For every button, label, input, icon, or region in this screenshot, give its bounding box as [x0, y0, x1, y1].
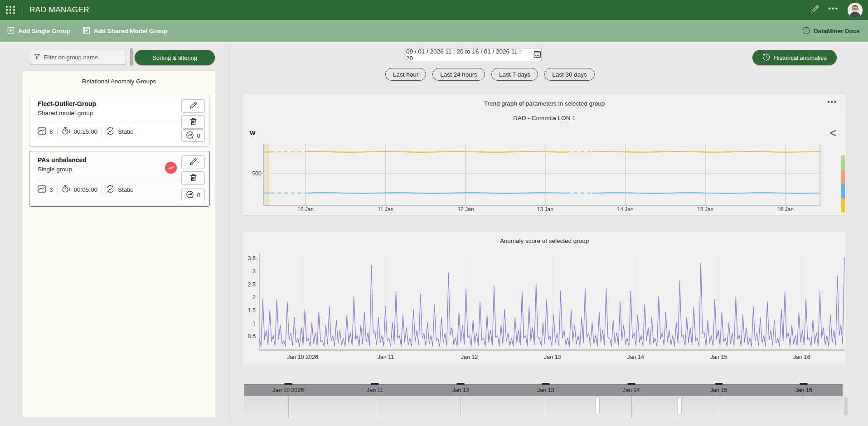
group-card-fleet-outlier[interactable]: Fleet-Outlier-Group Shared model group 6… — [29, 95, 210, 147]
calendar-icon — [533, 50, 541, 59]
scrubber-anomaly-tick — [715, 383, 723, 385]
trend-line-parameter-yellow — [265, 151, 820, 152]
delete-group-button[interactable] — [181, 115, 205, 129]
parameter-count: 6 — [49, 128, 53, 135]
card-divider — [38, 122, 204, 122]
svg-text:Jan 14: Jan 14 — [627, 354, 644, 360]
info-icon — [802, 27, 810, 36]
historical-anomalies-label: Historical anomalies — [774, 54, 826, 61]
add-shared-model-group-label: Add Shared Model Group — [94, 28, 168, 34]
last-hour-button[interactable]: Last hour — [385, 68, 426, 81]
rad-manager-app: RAD MANAGER ••• — [0, 0, 868, 426]
anomaly-score-series — [259, 257, 844, 346]
svg-text:13 Jan: 13 Jan — [537, 206, 553, 213]
timeline-scrubber[interactable]: Jan 10 2026Jan 11Jan 12Jan 13Jan 14Jan 1… — [244, 384, 843, 418]
svg-text:1.5: 1.5 — [248, 307, 256, 314]
scrubber-gridline — [288, 396, 289, 418]
page-title: RAD MANAGER — [29, 5, 89, 15]
avatar[interactable] — [848, 3, 863, 18]
card-divider — [38, 180, 204, 180]
scrubber-anomaly-tick — [457, 383, 465, 385]
ellipsis-icon: ••• — [828, 6, 839, 14]
trash-icon — [189, 174, 197, 183]
svg-text:0.5: 0.5 — [248, 333, 256, 339]
pencil-icon — [810, 5, 819, 15]
stat-separator — [57, 127, 58, 136]
dataminer-docs-label: DataMiner Docs — [814, 28, 860, 34]
add-square-icon — [7, 27, 15, 35]
date-range-picker[interactable]: 09 / 01 / 2026 11 : 20 to 16 / 01 / 2026… — [406, 48, 542, 61]
add-single-group-label: Add Single Group — [18, 28, 70, 34]
legend-segment — [841, 198, 845, 213]
parameter-count: 3 — [49, 186, 53, 193]
trash-icon — [189, 117, 197, 127]
mode-value: Static — [118, 186, 133, 193]
trend-parameters-icon — [38, 127, 46, 136]
scrubber-anomaly-tick — [627, 383, 635, 385]
svg-text:11 Jan: 11 Jan — [378, 206, 393, 213]
more-options-button[interactable]: ••• — [828, 6, 839, 14]
scrubber-gridline — [375, 396, 375, 418]
scrubber-scrollbar-thumb[interactable] — [844, 397, 848, 416]
stat-separator — [102, 185, 102, 194]
scrubber-anomaly-tick — [800, 383, 808, 385]
last-24-hours-button[interactable]: Last 24 hours — [432, 68, 485, 81]
sidebar-grip-handle[interactable] — [130, 48, 133, 66]
anomaly-trend-icon — [186, 131, 194, 140]
scrubber-gridline — [631, 396, 632, 418]
scrubber-handle[interactable] — [596, 397, 599, 415]
filter-group-box — [30, 50, 126, 65]
trend-chart-canvas[interactable]: 10 Jan11 Jan12 Jan13 Jan14 Jan15 Jan16 J… — [242, 94, 847, 216]
dataminer-docs-link[interactable]: DataMiner Docs — [802, 27, 868, 36]
parameter-color-legend — [841, 155, 845, 213]
add-shared-model-group-button[interactable]: Add Shared Model Group — [83, 27, 168, 35]
relational-anomaly-groups-panel: Relational Anomaly Groups Fleet-Outlier-… — [22, 71, 216, 418]
mode-value: Static — [118, 128, 133, 135]
anomaly-count-button[interactable]: 0 — [181, 189, 205, 201]
add-single-group-button[interactable]: Add Single Group — [7, 27, 70, 35]
date-range-value: 09 / 01 / 2026 11 : 20 to 16 / 01 / 2026… — [406, 48, 529, 62]
app-launcher-icon[interactable] — [6, 6, 15, 14]
group-card-pas-unbalanced[interactable]: PAs unbalanced Single group 3 00:05:00 — [29, 151, 210, 207]
last-30-days-button[interactable]: Last 30 days — [544, 68, 595, 81]
svg-text:Jan 15: Jan 15 — [710, 354, 727, 360]
scrubber-track[interactable] — [244, 396, 843, 418]
last-7-days-button[interactable]: Last 7 days — [491, 68, 538, 81]
scrubber-date-band[interactable]: Jan 10 2026Jan 11Jan 12Jan 13Jan 14Jan 1… — [244, 384, 843, 396]
scrubber-gridline — [461, 396, 461, 418]
anomaly-count-button[interactable]: 0 — [181, 129, 205, 142]
anomaly-chart-canvas[interactable]: Jan 10 2026Jan 11Jan 12Jan 13Jan 14Jan 1… — [242, 231, 847, 367]
scrubber-date-label: Jan 13 — [537, 387, 554, 393]
top-app-bar: RAD MANAGER ••• — [0, 0, 868, 20]
legend-segment — [841, 184, 845, 198]
stat-separator — [102, 127, 102, 136]
anomaly-score-panel: Anomaly score of selected group Jan 10 2… — [242, 231, 847, 366]
quick-range-buttons: Last hour Last 24 hours Last 7 days Last… — [385, 68, 595, 81]
svg-text:Jan 16: Jan 16 — [793, 354, 810, 360]
svg-text:3.5: 3.5 — [248, 255, 256, 261]
legend-segment — [841, 170, 845, 184]
sorting-filtering-button[interactable]: Sorting & filtering — [135, 50, 215, 65]
svg-text:Jan 12: Jan 12 — [461, 354, 478, 360]
svg-text:12 Jan: 12 Jan — [457, 206, 474, 213]
scrubber-date-label: Jan 15 — [710, 387, 727, 393]
edit-page-button[interactable] — [810, 5, 819, 15]
pencil-icon — [189, 102, 197, 111]
svg-text:Jan 10 2026: Jan 10 2026 — [287, 354, 318, 360]
legend-segment — [841, 155, 845, 170]
historical-anomalies-button[interactable]: Historical anomalies — [752, 50, 837, 65]
edit-group-button[interactable] — [181, 99, 205, 113]
edit-group-button[interactable] — [181, 155, 205, 169]
sync-mode-icon — [106, 127, 115, 136]
anomaly-alert-badge — [165, 162, 177, 174]
delete-group-button[interactable] — [181, 171, 205, 185]
trend-graph-panel: Trend graph of parameters in selected gr… — [242, 94, 847, 216]
svg-text:Jan 13: Jan 13 — [544, 354, 561, 360]
toolbar: Add Single Group Add Shared Model Group … — [0, 20, 868, 42]
svg-text:1: 1 — [252, 320, 256, 327]
filter-input[interactable] — [44, 54, 122, 61]
funnel-icon — [34, 53, 40, 62]
sorting-filtering-label: Sorting & filtering — [152, 54, 197, 61]
scrubber-handle[interactable] — [678, 397, 681, 415]
svg-text:16 Jan: 16 Jan — [777, 206, 794, 213]
